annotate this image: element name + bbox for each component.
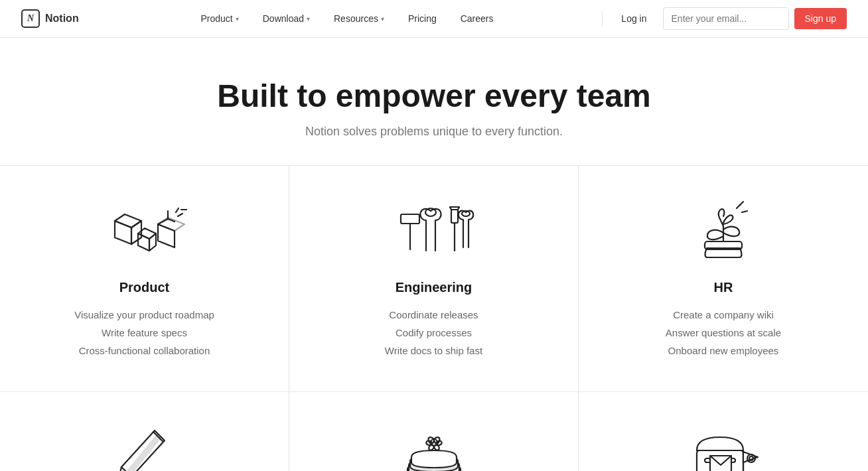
- card-product-features: Visualize your product roadmap Write fea…: [74, 306, 214, 360]
- feature-item: Codify processes: [385, 324, 482, 342]
- card-sales[interactable]: Sales: [289, 392, 579, 471]
- logo-icon: N: [21, 9, 40, 28]
- feature-item: Coordinate releases: [385, 306, 482, 324]
- hr-icon: [684, 198, 763, 264]
- svg-marker-19: [450, 207, 459, 210]
- nav-links: Product ▾ Download ▾ Resources ▾ Pricing…: [100, 8, 595, 29]
- nav-pricing[interactable]: Pricing: [398, 8, 447, 29]
- card-hr[interactable]: HR Create a company wiki Answer question…: [579, 166, 868, 392]
- engineering-icon: [394, 198, 474, 264]
- card-hr-title: HR: [714, 280, 733, 295]
- card-product-title: Product: [119, 280, 170, 295]
- logo-text: Notion: [45, 13, 79, 25]
- nav-resources[interactable]: Resources ▾: [323, 8, 395, 29]
- nav-divider: [602, 11, 603, 27]
- team-grid: Product Visualize your product roadmap W…: [0, 165, 868, 471]
- nav-actions: Log in Sign up: [611, 7, 847, 30]
- feature-item: Onboard new employees: [666, 342, 781, 360]
- card-product[interactable]: Product Visualize your product roadmap W…: [0, 166, 289, 392]
- email-input[interactable]: [663, 7, 789, 30]
- nav-product[interactable]: Product ▾: [190, 8, 249, 29]
- product-icon: [105, 198, 184, 264]
- card-hr-features: Create a company wiki Answer questions a…: [666, 306, 781, 360]
- design-icon: [105, 424, 184, 471]
- feature-item: Visualize your product roadmap: [74, 306, 214, 324]
- signup-button[interactable]: Sign up: [794, 8, 847, 29]
- svg-rect-14: [401, 214, 419, 224]
- svg-marker-1: [115, 214, 141, 228]
- sales-icon: [394, 424, 474, 471]
- login-button[interactable]: Log in: [611, 8, 657, 29]
- feature-item: Create a company wiki: [666, 306, 781, 324]
- svg-line-12: [176, 208, 179, 212]
- chevron-down-icon: ▾: [381, 15, 384, 23]
- card-engineering-title: Engineering: [396, 280, 472, 295]
- feature-item: Write docs to ship fast: [385, 342, 482, 360]
- logo[interactable]: N Notion: [21, 9, 79, 28]
- card-design[interactable]: Design: [0, 392, 289, 471]
- svg-point-16: [425, 208, 436, 216]
- hero-section: Built to empower every team Notion solve…: [0, 38, 868, 165]
- svg-line-11: [178, 214, 182, 216]
- feature-item: Answer questions at scale: [666, 324, 781, 342]
- feature-item: Cross-functional collaboration: [74, 342, 214, 360]
- card-marketing[interactable]: Marketing: [579, 392, 868, 471]
- nav-download[interactable]: Download ▾: [252, 8, 321, 29]
- svg-marker-5: [149, 234, 156, 251]
- nav-careers[interactable]: Careers: [450, 8, 504, 29]
- card-engineering-features: Coordinate releases Codify processes Wri…: [385, 306, 482, 360]
- marketing-icon: [684, 424, 763, 471]
- svg-line-25: [739, 202, 743, 206]
- hero-subtitle: Notion solves problems unique to every f…: [21, 125, 847, 139]
- chevron-down-icon: ▾: [236, 15, 239, 23]
- svg-line-24: [742, 211, 747, 212]
- svg-rect-17: [451, 210, 458, 223]
- svg-marker-10: [158, 218, 184, 231]
- navbar: N Notion Product ▾ Download ▾ Resources …: [0, 0, 868, 38]
- card-engineering[interactable]: Engineering Coordinate releases Codify p…: [289, 166, 579, 392]
- hero-title: Built to empower every team: [21, 78, 847, 114]
- chevron-down-icon: ▾: [307, 15, 310, 23]
- feature-item: Write feature specs: [74, 324, 214, 342]
